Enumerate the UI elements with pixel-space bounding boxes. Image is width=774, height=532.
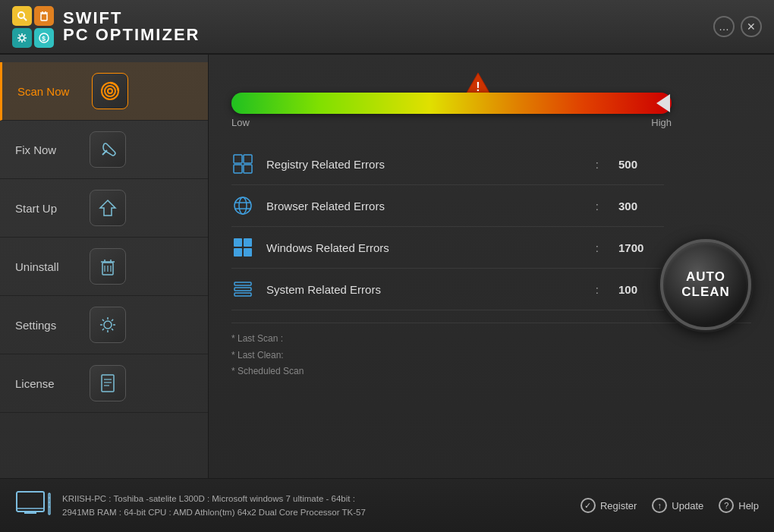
auto-clean-button[interactable]: AUTO CLEAN: [660, 239, 751, 330]
uninstall-icon-box: [90, 248, 126, 285]
gauge-pointer: [656, 94, 670, 112]
license-icon-box: [90, 365, 126, 401]
svg-rect-41: [234, 293, 251, 296]
system-error-count: 100: [618, 283, 664, 296]
help-label: Help: [738, 500, 759, 512]
svg-rect-39: [234, 282, 251, 285]
browser-error-count: 300: [618, 200, 664, 212]
svg-rect-28: [244, 155, 252, 163]
auto-clean-line1: AUTO: [686, 269, 725, 285]
logo-icon-trash: [34, 6, 54, 26]
pc-icon: [15, 490, 52, 521]
sidebar-label-fix-now: Fix Now: [15, 143, 76, 156]
settings-icon-box: [90, 307, 126, 343]
svg-text:$: $: [42, 35, 46, 42]
windows-error-count: 1700: [618, 241, 664, 254]
svg-point-11: [108, 89, 112, 93]
sidebar-item-settings[interactable]: Settings: [0, 296, 208, 354]
windows-error-name: Windows Related Errors: [266, 241, 584, 254]
license-icon: [96, 372, 119, 395]
error-row-browser: Browser Related Errors : 300: [231, 185, 664, 227]
error-list: Registry Related Errors : 500 Browser Re…: [231, 143, 664, 310]
logo-icon-gear: [12, 28, 32, 48]
svg-line-1: [24, 17, 27, 20]
footer-actions: ✓ Register ↑ Update ? Help: [580, 498, 759, 513]
logo-icon-dollar: $: [34, 28, 54, 48]
footer-info-line1: KRIISH-PC : Toshiba -satelite L300D : Mi…: [62, 492, 366, 505]
footer-info-line2: 2941MB RAM : 64-bit CPU : AMD Athlon(tm)…: [62, 505, 366, 519]
svg-point-10: [105, 86, 115, 96]
sidebar-label-uninstall: Uninstall: [15, 260, 76, 273]
auto-clean-line2: CLEAN: [681, 285, 730, 300]
browser-error-name: Browser Related Errors: [266, 200, 584, 212]
logo-icons: $: [12, 6, 54, 48]
settings-icon: [96, 313, 119, 336]
footer-info: KRIISH-PC : Toshiba -satelite L300D : Mi…: [62, 492, 366, 520]
uninstall-icon: [96, 255, 119, 278]
scan-info: * Last Scan : * Last Clean: * Scheduled …: [231, 323, 751, 380]
more-button[interactable]: …: [713, 16, 735, 37]
error-row-system: System Related Errors : 100: [231, 269, 664, 310]
update-icon: ↑: [652, 498, 667, 513]
error-row-windows: Windows Related Errors : 1700: [231, 227, 664, 269]
sidebar-item-license[interactable]: License: [0, 354, 208, 413]
registry-error-name: Registry Related Errors: [266, 158, 584, 171]
system-icon: [231, 278, 254, 301]
sidebar-label-settings: Settings: [15, 319, 76, 332]
register-action[interactable]: ✓ Register: [580, 498, 637, 513]
sidebar-item-start-up[interactable]: Start Up: [0, 179, 208, 238]
help-action[interactable]: ? Help: [719, 498, 759, 513]
gauge-labels: Low High: [231, 117, 672, 128]
scan-now-icon: [99, 80, 121, 102]
app-title: SWIFT PC OPTIMIZER: [63, 10, 200, 43]
svg-point-0: [18, 12, 24, 18]
update-label: Update: [672, 500, 703, 512]
system-colon: :: [596, 283, 599, 296]
sidebar-label-scan-now: Scan Now: [17, 85, 78, 98]
svg-rect-36: [244, 238, 252, 247]
close-button[interactable]: ✕: [741, 16, 762, 37]
svg-rect-37: [234, 248, 242, 257]
last-scan-info: * Last Scan :: [231, 331, 751, 348]
svg-text:!: !: [476, 80, 480, 93]
register-icon: ✓: [580, 498, 596, 513]
svg-rect-27: [234, 155, 242, 163]
fix-now-icon: [96, 138, 119, 161]
sidebar-label-start-up: Start Up: [15, 202, 76, 215]
start-up-icon-box: [90, 190, 126, 226]
content-area: ! Low High: [209, 55, 774, 478]
registry-error-count: 500: [618, 158, 664, 171]
register-label: Register: [600, 500, 637, 512]
start-up-icon: [96, 197, 119, 219]
last-clean-info: * Last Clean:: [231, 348, 751, 364]
sidebar-label-license: License: [15, 377, 76, 390]
footer: KRIISH-PC : Toshiba -satelite L300D : Mi…: [0, 478, 774, 532]
svg-rect-46: [49, 493, 50, 515]
svg-point-31: [234, 197, 251, 214]
sidebar-item-uninstall[interactable]: Uninstall: [0, 238, 208, 296]
sidebar-item-scan-now[interactable]: Scan Now: [0, 62, 208, 121]
update-action[interactable]: ↑ Update: [652, 498, 703, 513]
gauge-bar: [231, 93, 672, 114]
app-title-line2: PC OPTIMIZER: [63, 27, 200, 43]
registry-colon: :: [596, 158, 599, 171]
help-icon: ?: [719, 498, 734, 513]
header-controls: … ✕: [713, 16, 762, 37]
svg-point-32: [239, 197, 247, 214]
gauge-container: ! Low High: [231, 70, 751, 128]
main-container: Scan Now Fix Now Start Up: [0, 55, 774, 478]
svg-point-20: [104, 321, 112, 329]
gauge-high-label: High: [651, 117, 672, 128]
gauge-wrapper: ! Low High: [231, 93, 672, 128]
svg-point-6: [20, 36, 24, 40]
svg-rect-2: [41, 14, 47, 20]
gauge-low-label: Low: [231, 117, 250, 128]
sidebar-item-fix-now[interactable]: Fix Now: [0, 121, 208, 179]
app-title-line1: SWIFT: [63, 10, 200, 27]
scan-now-icon-box: [92, 73, 128, 109]
windows-icon: [231, 236, 254, 259]
registry-icon: [231, 153, 254, 175]
svg-rect-40: [234, 288, 251, 291]
windows-colon: :: [596, 241, 599, 254]
app-header: $ SWIFT PC OPTIMIZER … ✕: [0, 0, 774, 55]
